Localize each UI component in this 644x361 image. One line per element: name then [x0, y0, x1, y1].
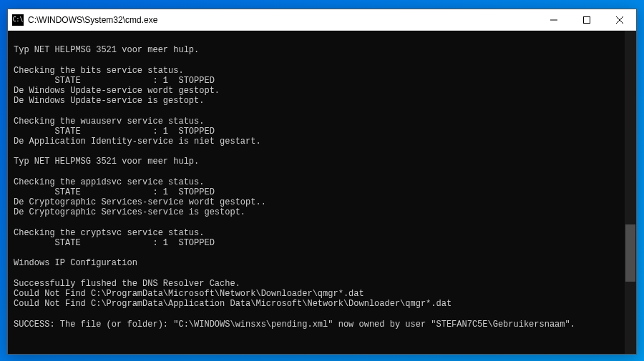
maximize-icon: [583, 16, 590, 24]
terminal-line: Checking the bits service status.: [14, 66, 630, 76]
terminal-output[interactable]: Typ NET HELPMSG 3521 voor meer hulp. Che…: [8, 31, 636, 354]
svg-rect-1: [584, 17, 590, 24]
terminal-line: Checking the appidsvc service status.: [14, 177, 630, 187]
terminal-line: De Cryptographic Services-service is ges…: [14, 207, 630, 217]
window-title: C:\WINDOWS\System32\cmd.exe: [28, 15, 537, 25]
terminal-line: Checking the cryptsvc service status.: [14, 228, 630, 238]
maximize-button[interactable]: [570, 9, 603, 31]
terminal-line: Could Not Find C:\ProgramData\Applicatio…: [14, 299, 630, 309]
terminal-line: STATE : 1 STOPPED: [14, 187, 630, 197]
terminal-line: [14, 147, 630, 157]
cmd-icon: C:\: [12, 14, 24, 26]
terminal-line: STATE : 1 STOPPED: [14, 127, 630, 137]
terminal-line: [14, 167, 630, 177]
close-icon: [616, 16, 623, 24]
terminal-line: Could Not Find C:\ProgramData\Microsoft\…: [14, 289, 630, 299]
terminal-line: [14, 309, 630, 319]
terminal-line: SUCCESS: The file (or folder): "C:\WINDO…: [14, 320, 630, 330]
minimize-icon: [550, 16, 557, 24]
terminal-line: [14, 35, 630, 45]
terminal-line: Windows IP Configuration: [14, 258, 630, 268]
window-controls: [537, 9, 636, 30]
terminal-line: [14, 106, 630, 116]
cmd-window: C:\ C:\WINDOWS\System32\cmd.exe Typ NET …: [7, 9, 637, 355]
titlebar[interactable]: C:\ C:\WINDOWS\System32\cmd.exe: [8, 9, 636, 31]
terminal-line: STATE : 1 STOPPED: [14, 238, 630, 248]
minimize-button[interactable]: [537, 9, 570, 31]
terminal-line: Successfully flushed the DNS Resolver Ca…: [14, 279, 630, 289]
terminal-line: STATE : 1 STOPPED: [14, 76, 630, 86]
terminal-line: Checking the wuauserv service status.: [14, 117, 630, 127]
terminal-line: Typ NET HELPMSG 3521 voor meer hulp.: [14, 45, 630, 55]
terminal-line: De Windows Update-service is gestopt.: [14, 96, 630, 106]
terminal-line: [14, 55, 630, 65]
scrollbar[interactable]: [625, 31, 636, 354]
terminal-line: Typ NET HELPMSG 3521 voor meer hulp.: [14, 157, 630, 167]
terminal-line: De Application Identity-service is niet …: [14, 137, 630, 147]
terminal-line: [14, 218, 630, 228]
terminal-line: [14, 269, 630, 279]
terminal-line: De Cryptographic Services-service wordt …: [14, 197, 630, 207]
scrollbar-thumb[interactable]: [625, 224, 635, 282]
close-button[interactable]: [603, 9, 636, 31]
terminal-line: De Windows Update-service wordt gestopt.: [14, 86, 630, 96]
terminal-line: [14, 248, 630, 258]
